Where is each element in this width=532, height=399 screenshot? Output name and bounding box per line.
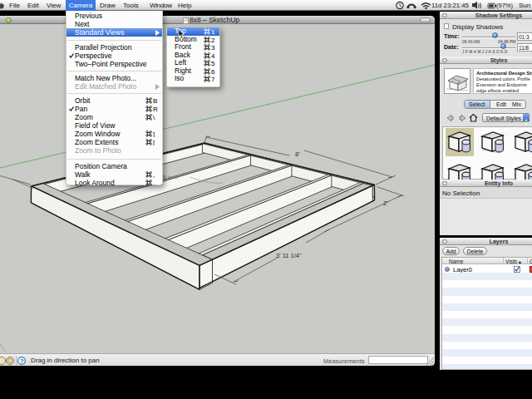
svg-text:1: 1 xyxy=(211,28,215,36)
svg-text:8': 8' xyxy=(295,150,300,158)
svg-text:R: R xyxy=(153,106,158,113)
svg-text:[: [ xyxy=(153,139,155,146)
svg-text:.: . xyxy=(153,180,155,187)
svg-text:5: 5 xyxy=(211,60,215,67)
svg-text:7: 7 xyxy=(211,76,215,83)
svg-text:3: 3 xyxy=(211,44,215,52)
svg-text:\: \ xyxy=(153,114,155,121)
svg-text:6: 6 xyxy=(211,67,215,75)
svg-text:2: 2 xyxy=(211,36,215,43)
svg-text:8' joist: 8' joist xyxy=(163,175,177,180)
svg-text:3' 11 1/4": 3' 11 1/4" xyxy=(276,252,302,259)
svg-text:2': 2' xyxy=(383,200,388,207)
svg-text:,: , xyxy=(153,171,155,179)
svg-text:4: 4 xyxy=(211,52,215,59)
svg-text:?: ? xyxy=(20,357,24,365)
svg-text:B: B xyxy=(153,97,157,105)
svg-text:]: ] xyxy=(153,131,155,138)
